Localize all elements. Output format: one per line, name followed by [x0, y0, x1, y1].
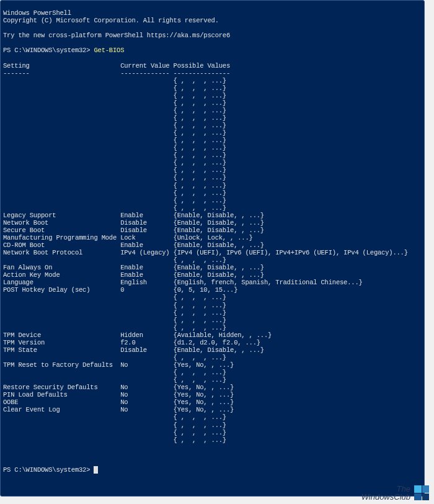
- cursor: [94, 466, 98, 474]
- command-text: Get-BIOS: [94, 47, 124, 54]
- prompt-line-1: PS C:\WINDOWS\system32> Get-BIOS: [3, 47, 124, 54]
- table-rows: { , , , ...} { , , , ...} { , , , ...} {…: [3, 77, 408, 444]
- powershell-window[interactable]: Windows PowerShell Copyright (C) Microso…: [0, 0, 425, 497]
- table-header-dashes: ------- ------------- ---------------: [3, 70, 230, 77]
- table-header: Setting Current Value Possible Values: [3, 62, 230, 70]
- prompt-prefix-2: PS C:\WINDOWS\system32>: [3, 466, 94, 474]
- try-line: Try the new cross-platform PowerShell ht…: [3, 32, 230, 39]
- title-line: Windows PowerShell: [3, 9, 71, 17]
- windowsclub-logo-icon: [414, 485, 429, 500]
- prompt-prefix: PS C:\WINDOWS\system32>: [3, 47, 94, 54]
- watermark: The WindowsClub: [361, 485, 429, 502]
- watermark-text: The WindowsClub: [361, 485, 410, 502]
- copyright-line: Copyright (C) Microsoft Corporation. All…: [3, 17, 219, 24]
- prompt-line-2[interactable]: PS C:\WINDOWS\system32>: [3, 466, 98, 474]
- terminal-content[interactable]: Windows PowerShell Copyright (C) Microso…: [1, 1, 424, 482]
